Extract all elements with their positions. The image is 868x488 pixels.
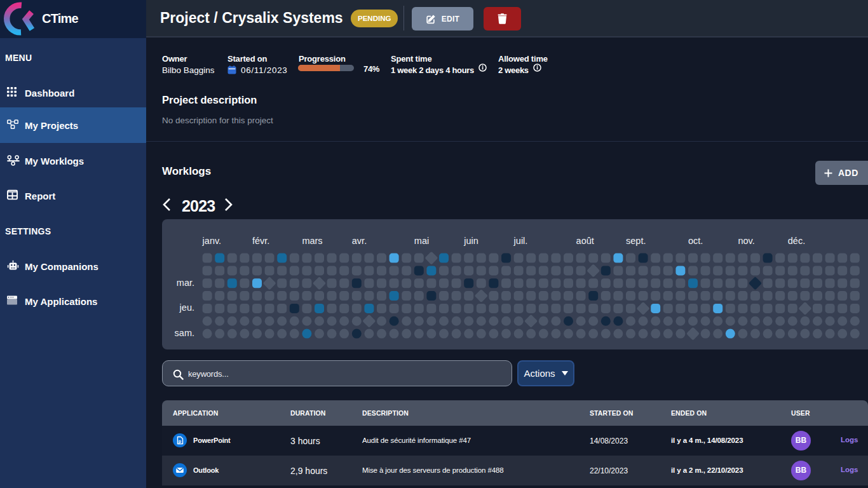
svg-text:mai: mai bbox=[414, 236, 429, 246]
svg-text:mars: mars bbox=[302, 236, 322, 246]
svg-text:oct.: oct. bbox=[688, 236, 703, 246]
svg-text:avr.: avr. bbox=[352, 236, 367, 246]
svg-text:p: p bbox=[179, 439, 181, 444]
svg-text:sam.: sam. bbox=[175, 328, 194, 338]
svg-text:nov.: nov. bbox=[738, 236, 754, 246]
svg-text:jeu.: jeu. bbox=[179, 302, 194, 313]
svg-text:août: août bbox=[576, 236, 594, 246]
svg-text:juil.: juil. bbox=[513, 236, 528, 246]
svg-text:févr.: févr. bbox=[252, 236, 269, 246]
svg-text:mar.: mar. bbox=[177, 278, 194, 288]
svg-text:janv.: janv. bbox=[202, 236, 222, 246]
svg-text:déc.: déc. bbox=[788, 236, 805, 246]
svg-text:sept.: sept. bbox=[626, 236, 646, 246]
svg-text:juin: juin bbox=[463, 236, 478, 246]
